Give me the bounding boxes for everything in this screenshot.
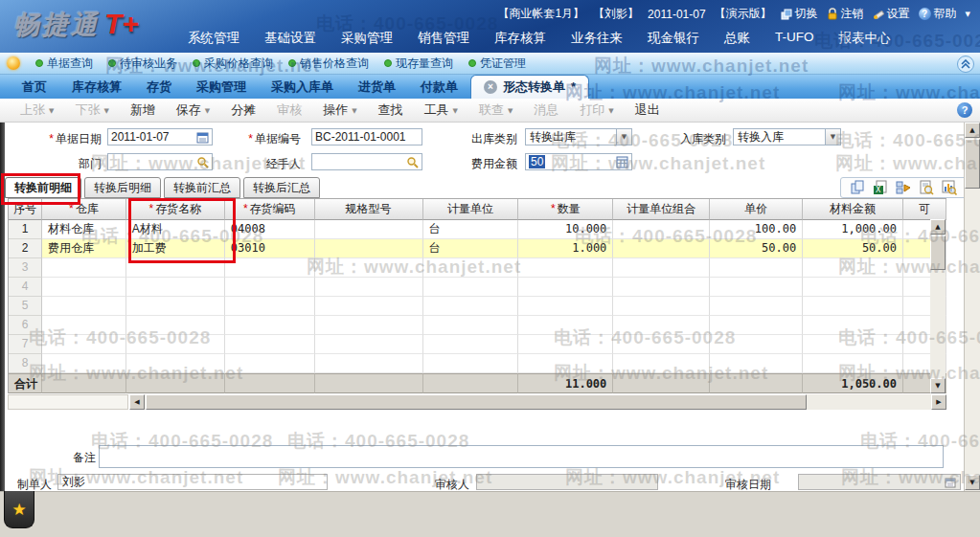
grid-cell[interactable]: [803, 316, 903, 335]
grid-cell[interactable]: [710, 258, 803, 278]
grid-cell[interactable]: [42, 278, 126, 297]
grid-cell[interactable]: 材料仓库: [42, 220, 126, 239]
menu-item-库存核算[interactable]: 库存核算: [494, 30, 546, 47]
grid-cell[interactable]: [42, 297, 126, 316]
grid-cell[interactable]: [126, 316, 225, 335]
grid-cell[interactable]: [315, 239, 423, 258]
remark-input[interactable]: [99, 445, 944, 468]
column-header-存货名称[interactable]: *存货名称: [126, 199, 225, 220]
grid-cell[interactable]: [710, 278, 803, 297]
grid-cell[interactable]: [613, 258, 710, 278]
grid-cell[interactable]: [315, 316, 423, 335]
close-icon[interactable]: ×: [484, 80, 497, 94]
grid-cell[interactable]: [315, 258, 423, 278]
grid-cell[interactable]: [315, 335, 423, 354]
table-row[interactable]: 3: [9, 258, 946, 278]
dept-input[interactable]: [107, 153, 213, 170]
grid-cell[interactable]: 台: [423, 220, 519, 239]
table-row[interactable]: 2费用仓库加工费03010台1.00050.0050.00: [9, 239, 946, 258]
grid-cell[interactable]: [710, 354, 803, 373]
grid-cell[interactable]: 04008: [225, 220, 315, 239]
grid-cell[interactable]: 1: [9, 220, 42, 239]
logout-button[interactable]: 注销: [827, 6, 864, 22]
column-header-材料金额[interactable]: 材料金额: [803, 199, 903, 220]
grid-cell[interactable]: [42, 316, 126, 335]
shortcut-待审核业务[interactable]: 待审核业务: [108, 56, 177, 72]
scroll-up-icon[interactable]: ▲: [965, 123, 980, 138]
tab-首页[interactable]: 首页: [10, 75, 59, 99]
grid-cell[interactable]: [518, 354, 613, 373]
grid-cell[interactable]: [710, 316, 803, 335]
grid-cell[interactable]: [225, 258, 315, 278]
menu-item-总账[interactable]: 总账: [724, 30, 750, 47]
grid-cell[interactable]: [423, 335, 519, 354]
detail-tab-转换前汇总[interactable]: 转换前汇总: [164, 177, 240, 198]
column-header-数量[interactable]: *数量: [518, 199, 613, 220]
grid-cell[interactable]: [613, 239, 710, 258]
collapse-shortcutbar-button[interactable]: [957, 56, 974, 73]
grid-cell[interactable]: 5: [9, 297, 42, 316]
grid-cell[interactable]: 费用仓库: [42, 239, 126, 258]
menu-item-系统管理[interactable]: 系统管理: [188, 30, 239, 47]
grid-vscrollbar[interactable]: ▲ ▼: [930, 219, 946, 393]
grid-cell[interactable]: [315, 354, 423, 373]
in-type-select[interactable]: 转换入库▼: [733, 128, 841, 145]
tab-库存核算[interactable]: 库存核算: [59, 75, 134, 99]
help-button[interactable]: ? 帮助: [919, 6, 957, 22]
table-row[interactable]: 5: [9, 297, 946, 316]
grid-cell[interactable]: 3: [9, 258, 42, 278]
grid-cell[interactable]: [315, 297, 423, 316]
grid-cell[interactable]: [225, 335, 315, 354]
magnifier-icon[interactable]: [406, 156, 419, 168]
menu-item-报表中心[interactable]: 报表中心: [839, 30, 891, 47]
detail-tab-转换后明细[interactable]: 转换后明细: [84, 177, 161, 198]
scroll-down-icon[interactable]: ▼: [965, 475, 980, 490]
grid-cell[interactable]: [518, 316, 613, 335]
grid-cell[interactable]: [803, 354, 903, 373]
grid-cell[interactable]: [126, 335, 225, 354]
grid-hscroll-thumb[interactable]: [146, 394, 807, 410]
scroll-down-icon[interactable]: ▼: [930, 378, 946, 393]
grid-cell[interactable]: [225, 278, 315, 297]
scroll-up-icon[interactable]: ▲: [930, 219, 946, 235]
menu-item-采购管理[interactable]: 采购管理: [341, 30, 393, 47]
grid-hscrollbar[interactable]: ◀ ▶: [8, 394, 946, 410]
grid-cell[interactable]: [225, 354, 315, 373]
grid-cell[interactable]: 03010: [225, 239, 315, 258]
calculator-icon[interactable]: [616, 156, 628, 168]
grid-cell[interactable]: [315, 220, 423, 239]
page-vscrollbar[interactable]: ▲ ▼: [964, 123, 980, 491]
grid-cell[interactable]: [423, 297, 519, 316]
toolbar-button-保存[interactable]: 保存▼: [166, 101, 220, 119]
grid-cell[interactable]: [518, 258, 613, 278]
grid-cell[interactable]: 加工费: [126, 239, 225, 258]
grid-cell[interactable]: [613, 335, 710, 354]
shortcut-凭证管理[interactable]: 凭证管理: [468, 56, 526, 72]
table-row[interactable]: 6: [9, 316, 946, 335]
grid-cell[interactable]: 7: [9, 335, 42, 354]
column-header-计量单位组合[interactable]: 计量单位组合: [613, 199, 710, 220]
toolbar-help-icon[interactable]: ?: [957, 102, 972, 118]
toolbar-button-操作[interactable]: 操作▼: [312, 101, 367, 119]
out-type-select[interactable]: 转换出库▼: [525, 128, 632, 145]
grid-cell[interactable]: [126, 354, 225, 373]
grid-cell[interactable]: 6: [9, 316, 42, 335]
tab-采购入库单[interactable]: 采购入库单: [259, 75, 346, 99]
menu-item-销售管理[interactable]: 销售管理: [418, 30, 469, 47]
tab-进货单[interactable]: 进货单: [346, 75, 408, 99]
table-row[interactable]: 7: [9, 335, 946, 354]
shortcut-销售价格查询[interactable]: 销售价格查询: [288, 56, 369, 72]
settings-button[interactable]: 设置: [873, 6, 910, 22]
export-excel-icon[interactable]: X: [873, 180, 888, 195]
grid-cell[interactable]: [42, 335, 126, 354]
column-header-仓库[interactable]: *仓库: [42, 199, 126, 220]
detail-tab-转换前明细[interactable]: 转换前明细: [5, 177, 81, 198]
grid-cell[interactable]: 10.000: [518, 220, 613, 239]
toolbar-button-工具[interactable]: 工具▼: [414, 101, 468, 119]
favorites-icon[interactable]: [7, 56, 20, 70]
toolbar-button-分摊[interactable]: 分摊: [220, 101, 266, 119]
column-header-单价[interactable]: 单价: [710, 199, 803, 220]
shortcut-单据查询[interactable]: 单据查询: [35, 56, 93, 72]
doc-no-input[interactable]: BC-2011-01-0001: [311, 128, 422, 145]
favorites-tab[interactable]: ★: [4, 491, 34, 528]
